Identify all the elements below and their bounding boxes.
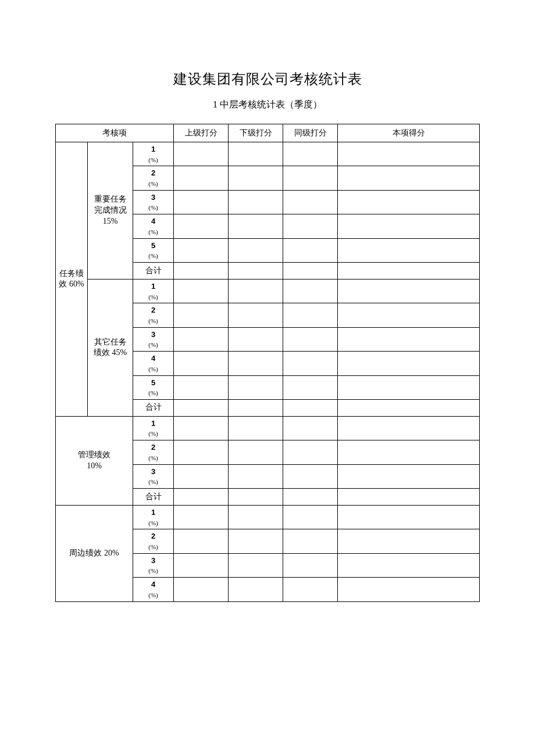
cell-value <box>338 190 480 214</box>
cell-value <box>283 238 338 262</box>
cell-value <box>229 262 283 279</box>
cell-mgmt-perf: 管理绩效 10% <box>56 416 133 505</box>
cell-value <box>283 553 338 577</box>
cell-value <box>229 529 283 553</box>
cell-item: 1(%) <box>133 416 174 440</box>
num-label: 3 <box>134 329 172 340</box>
cell-value <box>338 238 480 262</box>
assessment-table: 考核项 上级打分 下级打分 同级打分 本项得分 任务绩 效 60% 重要任务 完… <box>55 124 480 602</box>
cell-value <box>283 166 338 190</box>
pct-label: (%) <box>134 317 172 325</box>
cell-value <box>174 166 229 190</box>
cell-value <box>338 578 480 601</box>
pct-label: (%) <box>134 567 172 575</box>
num-label: 1 <box>134 144 172 155</box>
pct-label: (%) <box>134 454 172 463</box>
cell-value <box>338 553 480 577</box>
cell-subtotal: 合计 <box>133 399 174 416</box>
cell-value <box>338 327 480 351</box>
header-item: 考核项 <box>56 124 174 142</box>
cell-value <box>283 529 338 553</box>
cell-value <box>229 506 283 529</box>
num-label: 4 <box>134 353 172 364</box>
header-score: 本项得分 <box>338 124 480 142</box>
pct-label: (%) <box>134 293 172 302</box>
cell-value <box>283 399 338 416</box>
cell-value <box>338 440 480 464</box>
pct-label: (%) <box>134 429 172 438</box>
table-row: 周边绩效 20% 1(%) <box>56 506 480 529</box>
cell-value <box>229 553 283 577</box>
cell-value <box>174 489 229 506</box>
page-title: 建设集团有限公司考核统计表 <box>55 70 480 88</box>
cell-value <box>338 352 480 375</box>
cell-value <box>338 262 480 279</box>
cell-item: 3(%) <box>133 190 174 214</box>
cell-value <box>229 327 283 351</box>
cell-value <box>229 352 283 375</box>
cell-value <box>174 238 229 262</box>
cell-value <box>229 166 283 190</box>
header-peer: 同级打分 <box>283 124 338 142</box>
cell-value <box>338 214 480 238</box>
cell-value <box>174 506 229 529</box>
num-label: 2 <box>134 305 172 316</box>
cell-item: 2(%) <box>133 166 174 190</box>
num-label: 3 <box>134 192 172 203</box>
cell-value <box>338 529 480 553</box>
cell-value <box>174 578 229 601</box>
cell-value <box>174 440 229 464</box>
cell-value <box>283 375 338 399</box>
cell-value <box>338 375 480 399</box>
pct-label: (%) <box>134 365 172 374</box>
cell-value <box>229 416 283 440</box>
cell-value <box>229 142 283 166</box>
table-header-row: 考核项 上级打分 下级打分 同级打分 本项得分 <box>56 124 480 142</box>
header-subordinate: 下级打分 <box>229 124 283 142</box>
cell-value <box>338 142 480 166</box>
cell-item: 1(%) <box>133 279 174 303</box>
table-row: 任务绩 效 60% 重要任务 完成情况 15% 1(%) <box>56 142 480 166</box>
cell-value <box>229 489 283 506</box>
cell-value <box>174 464 229 488</box>
cell-item: 4(%) <box>133 352 174 375</box>
pct-label: (%) <box>134 228 172 237</box>
cell-item: 1(%) <box>133 506 174 529</box>
cell-subtotal: 合计 <box>133 262 174 279</box>
cell-item: 3(%) <box>133 553 174 577</box>
cell-value <box>283 440 338 464</box>
table-row: 管理绩效 10% 1(%) <box>56 416 480 440</box>
cell-value <box>174 142 229 166</box>
num-label: 3 <box>134 467 172 477</box>
num-label: 2 <box>134 531 172 542</box>
cell-item: 1(%) <box>133 142 174 166</box>
cell-value <box>338 464 480 488</box>
cell-value <box>338 399 480 416</box>
pct-label: (%) <box>134 519 172 528</box>
cell-value <box>283 489 338 506</box>
cell-value <box>283 352 338 375</box>
num-label: 1 <box>134 281 172 292</box>
cell-value <box>174 416 229 440</box>
pct-label: (%) <box>134 203 172 212</box>
cell-value <box>229 303 283 327</box>
cell-value <box>174 303 229 327</box>
cell-item: 5(%) <box>133 238 174 262</box>
cell-value <box>229 578 283 601</box>
page-subtitle: 1 中层考核统计表（季度） <box>55 99 480 111</box>
cell-item: 4(%) <box>133 214 174 238</box>
cell-value <box>229 279 283 303</box>
cell-value <box>229 375 283 399</box>
cell-value <box>283 214 338 238</box>
cell-value <box>229 440 283 464</box>
cell-value <box>174 262 229 279</box>
pct-label: (%) <box>134 591 172 600</box>
cell-value <box>229 399 283 416</box>
cell-value <box>174 214 229 238</box>
cell-value <box>174 279 229 303</box>
num-label: 5 <box>134 378 172 388</box>
cell-value <box>229 464 283 488</box>
cell-value <box>174 190 229 214</box>
cell-value <box>338 166 480 190</box>
cell-value <box>338 489 480 506</box>
